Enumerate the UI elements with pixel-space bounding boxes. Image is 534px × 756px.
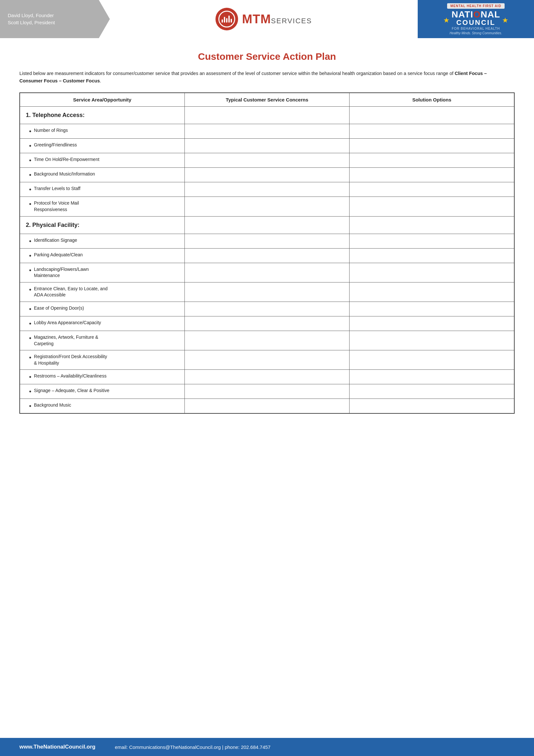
- item-bg-music-facility: •Background Music: [20, 399, 185, 414]
- item-registration-solutions: [349, 350, 514, 370]
- table-row: •Identification Signage: [20, 234, 514, 248]
- item-transfer-solutions: [349, 182, 514, 197]
- item-transfer-concerns: [185, 182, 349, 197]
- table-row: •Background Music/Information: [20, 168, 514, 182]
- item-registration-concerns: [185, 350, 349, 370]
- item-transfer-levels: •Transfer Levels to Staff: [20, 182, 185, 197]
- table-row: •Parking Adequate/Clean: [20, 248, 514, 263]
- item-parking-solutions: [349, 248, 514, 263]
- item-signage-positive: •Signage – Adequate, Clear & Positive: [20, 384, 185, 399]
- header: David Lloyd, Founder Scott Lloyd, Presid…: [0, 0, 534, 38]
- item-restrooms-concerns: [185, 370, 349, 384]
- item-voicemail: •Protocol for Voice MailResponsiveness: [20, 197, 185, 216]
- item-lobby-concerns: [185, 316, 349, 331]
- bar3: [226, 18, 227, 23]
- item-parking: •Parking Adequate/Clean: [20, 248, 185, 263]
- mtm-circle-logo: [216, 8, 238, 30]
- nc-star-left-icon: ★: [443, 16, 450, 25]
- intro-paragraph: Listed below are measurement indicators …: [19, 70, 488, 85]
- bullet-icon: •: [29, 354, 31, 361]
- table-row: •Signage – Adequate, Clear & Positive: [20, 384, 514, 399]
- bullet-icon: •: [29, 402, 31, 410]
- section-1-solutions-empty: [349, 107, 514, 124]
- table-row: •Protocol for Voice MailResponsiveness: [20, 197, 514, 216]
- item-parking-concerns: [185, 248, 349, 263]
- table-row: •Magazines, Artwork, Furniture &Carpetin…: [20, 331, 514, 350]
- bullet-icon: •: [29, 286, 31, 293]
- bullet-icon: •: [29, 334, 31, 342]
- table-row: •Restrooms – Availability/Cleanliness: [20, 370, 514, 384]
- footer-website-prefix: www.: [19, 744, 34, 750]
- founder-line1: David Lloyd, Founder: [8, 12, 55, 19]
- item-lobby: •Lobby Area Appearance/Capacity: [20, 316, 185, 331]
- main-content: Customer Service Action Plan Listed belo…: [0, 38, 534, 738]
- table-row: •Landscaping/Flowers/LawnMaintenance: [20, 263, 514, 282]
- item-rings-solutions: [349, 124, 514, 139]
- bullet-icon: •: [29, 320, 31, 327]
- item-magazines-concerns: [185, 331, 349, 350]
- page: David Lloyd, Founder Scott Lloyd, Presid…: [0, 0, 534, 756]
- item-bgmusic2-solutions: [349, 399, 514, 414]
- bar1: [222, 19, 223, 23]
- mtm-services-label: SERVICES: [271, 17, 312, 25]
- table-row: •Background Music: [20, 399, 514, 414]
- table-header-row: Service Area/Opportunity Typical Custome…: [20, 93, 514, 107]
- section-2-title: 2. Physical Facility:: [20, 216, 185, 234]
- mtm-circle-inner: [218, 11, 235, 27]
- item-rings-concerns: [185, 124, 349, 139]
- table-row: •Greeting/Friendliness: [20, 139, 514, 153]
- nc-for-text: FOR BEHAVIORAL HEALTH: [452, 27, 500, 30]
- table-row: •Transfer Levels to Staff: [20, 182, 514, 197]
- nc-badge: MENTAL HEALTH FIRST AID: [447, 3, 505, 9]
- item-restrooms-solutions: [349, 370, 514, 384]
- bullet-icon: •: [29, 185, 31, 193]
- item-magazines-solutions: [349, 331, 514, 350]
- item-entrance: •Entrance Clean, Easy to Locate, andADA …: [20, 282, 185, 302]
- section-2-solutions-empty: [349, 216, 514, 234]
- item-magazines: •Magazines, Artwork, Furniture &Carpetin…: [20, 331, 185, 350]
- nc-star-right-icon: ★: [502, 16, 508, 25]
- header-right: MENTAL HEALTH FIRST AID ★ NATIONAL COUNC…: [418, 0, 534, 38]
- table-row: •Number of Rings: [20, 124, 514, 139]
- item-bgmusic-solutions: [349, 168, 514, 182]
- bullet-icon: •: [29, 156, 31, 164]
- col-header-concerns: Typical Customer Service Concerns: [185, 93, 349, 107]
- item-hold-concerns: [185, 153, 349, 168]
- footer-email: Communications@TheNationalCouncil.org: [129, 744, 221, 750]
- table-row: •Time On Hold/Re-Empowerment: [20, 153, 514, 168]
- footer-phone: 202.684.7457: [241, 744, 271, 750]
- mtm-bars: [222, 15, 232, 23]
- nc-main: ★ NATIONAL COUNCIL FOR BEHAVIORAL HEALTH…: [443, 10, 509, 30]
- item-signage-solutions: [349, 384, 514, 399]
- item-greeting-concerns: [185, 139, 349, 153]
- item-registration: •Registration/Front Desk Accessibility& …: [20, 350, 185, 370]
- header-left: David Lloyd, Founder Scott Lloyd, Presid…: [0, 0, 110, 38]
- item-entrance-concerns: [185, 282, 349, 302]
- nc-council-text: COUNCIL: [452, 19, 500, 26]
- nc-national-text: NATIONAL: [452, 10, 500, 19]
- mtm-name: MTM: [242, 12, 271, 26]
- item-hold-solutions: [349, 153, 514, 168]
- table-row: •Ease of Opening Door(s): [20, 302, 514, 316]
- table-row: •Registration/Front Desk Accessibility& …: [20, 350, 514, 370]
- section-1-title: 1. Telephone Access:: [20, 107, 185, 124]
- section-1-header-row: 1. Telephone Access:: [20, 107, 514, 124]
- footer-website-suffix: .org: [85, 744, 95, 750]
- section-2-concerns-empty: [185, 216, 349, 234]
- bullet-icon: •: [29, 171, 31, 179]
- page-title: Customer Service Action Plan: [19, 51, 515, 62]
- bullet-icon: •: [29, 266, 31, 274]
- footer-website: www.TheNationalCouncil.org: [19, 744, 96, 750]
- item-landscaping-concerns: [185, 263, 349, 282]
- mtm-logo: MTM SERVICES: [216, 8, 312, 30]
- item-voicemail-solutions: [349, 197, 514, 216]
- item-id-signage-solutions: [349, 234, 514, 248]
- item-door: •Ease of Opening Door(s): [20, 302, 185, 316]
- item-id-signage: •Identification Signage: [20, 234, 185, 248]
- item-greeting-solutions: [349, 139, 514, 153]
- footer-phone-label: phone:: [225, 744, 241, 750]
- header-founders: David Lloyd, Founder Scott Lloyd, Presid…: [8, 12, 55, 26]
- item-on-hold: •Time On Hold/Re-Empowerment: [20, 153, 185, 168]
- table-row: •Entrance Clean, Easy to Locate, andADA …: [20, 282, 514, 302]
- item-id-signage-concerns: [185, 234, 349, 248]
